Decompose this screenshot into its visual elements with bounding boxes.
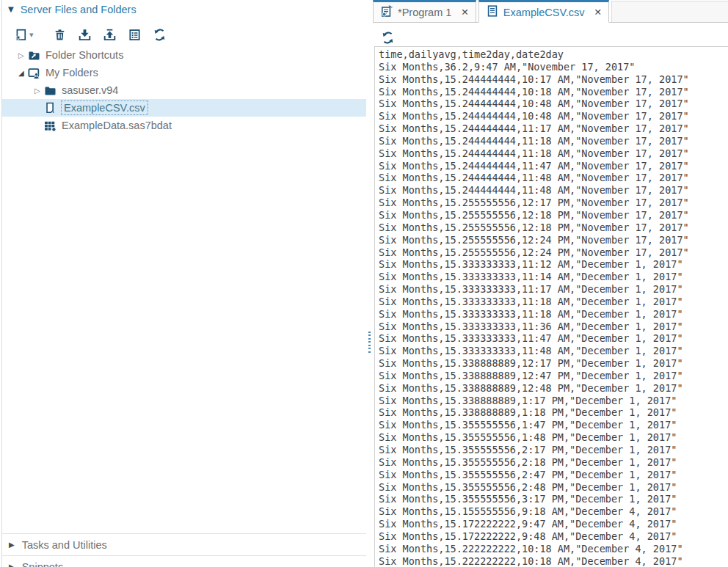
section-title: Tasks and Utilities — [22, 539, 107, 551]
csv-line: Six Months,15.244444444,10:48 AM,"Novemb… — [379, 98, 728, 110]
csv-line: Six Months,15.244444444,11:47 AM,"Novemb… — [379, 160, 728, 172]
csv-line: Six Months,15.333333333,11:14 AM,"Decemb… — [379, 271, 728, 283]
section-tasks-and-utilities[interactable]: ▶ Tasks and Utilities — [2, 533, 366, 555]
section-server-files-header[interactable]: ▼ Server Files and Folders — [8, 4, 136, 15]
section-title: Snippets — [22, 561, 63, 567]
tree-item-label: ExampleCSV.csv — [62, 101, 148, 114]
folder-icon — [44, 84, 57, 97]
csv-line: Six Months,15.244444444,10:17 AM,"Novemb… — [379, 73, 728, 86]
csv-line: Six Months,15.155555556,9:18 AM,"Decembe… — [379, 505, 728, 518]
splitter-grip-icon[interactable] — [368, 332, 371, 354]
refresh-icon — [382, 32, 394, 44]
csv-line: Six Months,15.244444444,11:48 AM,"Novemb… — [379, 172, 728, 184]
csv-line: Six Months,15.355555556,2:18 PM,"Decembe… — [379, 456, 728, 469]
panel-splitter[interactable] — [366, 0, 374, 567]
csv-line: Six Months,15.338888889,12:17 PM,"Decemb… — [379, 357, 728, 370]
chevron-down-icon: ▾ — [29, 30, 34, 40]
delete-button[interactable] — [54, 29, 66, 41]
csv-line: Six Months,15.244444444,10:18 AM,"Novemb… — [379, 86, 728, 98]
csv-line: Six Months,15.244444444,11:18 AM,"Novemb… — [379, 147, 728, 160]
sas-dataset-icon — [44, 120, 57, 132]
csv-line: Six Months,15.255555556,12:17 PM,"Novemb… — [379, 197, 728, 209]
expand-collapsed-icon[interactable]: ▷ — [18, 51, 28, 59]
refresh-file-button[interactable] — [382, 32, 394, 44]
my-folders-icon — [28, 67, 40, 79]
csv-line: time,dailyavg,time2day,date2day — [379, 48, 728, 61]
csv-line: Six Months,15.244444444,11:17 AM,"Novemb… — [379, 122, 728, 135]
tab-program-1[interactable]: *Program 1 ✕ — [373, 0, 476, 23]
tab-bar-filler — [611, 1, 728, 23]
csv-line: Six Months,15.333333333,11:17 AM,"Decemb… — [379, 283, 728, 296]
csv-line: Six Months,15.172222222,9:48 AM,"Decembe… — [379, 530, 728, 543]
refresh-button[interactable] — [153, 29, 166, 41]
properties-button[interactable] — [128, 29, 141, 41]
section-title: Server Files and Folders — [21, 4, 136, 15]
csv-line: Six Months,15.355555556,1:47 PM,"Decembe… — [379, 419, 728, 431]
csv-line: Six Months,15.222222222,10:18 AM,"Decemb… — [379, 555, 728, 567]
csv-line: Six Months,15.333333333,11:12 AM,"Decemb… — [379, 258, 728, 271]
properties-list-icon — [128, 29, 141, 41]
csv-line: Six Months,15.338888889,12:48 PM,"Decemb… — [379, 382, 728, 395]
text-file-icon — [487, 5, 498, 19]
csv-line: Six Months,15.244444444,10:48 AM,"Novemb… — [379, 110, 728, 122]
tab-bar: *Program 1 ✕ ExampleCSV.csv ✕ — [373, 0, 728, 23]
csv-line: Six Months,15.355555556,2:17 PM,"Decembe… — [379, 444, 728, 456]
tree-item-exampledata[interactable]: ExampleData.sas7bdat — [2, 117, 366, 134]
csv-viewer: time,dailyavg,time2day,date2daySix Month… — [374, 46, 728, 567]
files-toolbar: ▾ — [15, 24, 166, 45]
csv-line: Six Months,15.338888889,12:47 PM,"Decemb… — [379, 370, 728, 382]
new-file-icon — [15, 29, 27, 41]
csv-line: Six Months,36.2,9:47 AM,"November 17, 20… — [379, 61, 728, 73]
tree-item-examplecsv[interactable]: ExampleCSV.csv — [2, 99, 366, 117]
csv-file-icon — [44, 102, 57, 114]
csv-line: Six Months,15.338888889,1:18 PM,"Decembe… — [379, 406, 728, 419]
editor-toolbar — [382, 30, 394, 45]
csv-line: Six Months,15.355555556,2:47 PM,"Decembe… — [379, 469, 728, 481]
section-snippets[interactable]: ▶ Snippets — [2, 555, 366, 567]
tree-item-label: ExampleData.sas7bdat — [62, 120, 172, 131]
tree-item-folder-shortcuts[interactable]: ▷ Folder Shortcuts — [2, 46, 366, 64]
tab-label: *Program 1 — [398, 7, 451, 18]
trash-icon — [54, 29, 66, 41]
csv-line: Six Months,15.338888889,1:17 PM,"Decembe… — [379, 395, 728, 407]
navigation-pane: ▼ Server Files and Folders ▾ — [1, 0, 367, 567]
work-area: *Program 1 ✕ ExampleCSV.csv ✕ — [374, 0, 728, 567]
csv-line: Six Months,15.333333333,11:18 AM,"Decemb… — [379, 308, 728, 321]
csv-line: Six Months,15.172222222,9:47 AM,"Decembe… — [379, 518, 728, 530]
csv-line: Six Months,15.333333333,11:36 AM,"Decemb… — [379, 321, 728, 333]
tree-item-sasuser[interactable]: ▷ sasuser.v94 — [2, 81, 366, 99]
tree-item-label: sasuser.v94 — [62, 84, 118, 96]
csv-line: Six Months,15.333333333,11:47 AM,"Decemb… — [379, 332, 728, 345]
file-tree: ▷ Folder Shortcuts ◢ — [2, 46, 366, 134]
csv-line: Six Months,15.255555556,12:24 PM,"Novemb… — [379, 234, 728, 246]
csv-line: Six Months,15.333333333,11:18 AM,"Decemb… — [379, 296, 728, 308]
csv-line: Six Months,15.355555556,2:48 PM,"Decembe… — [379, 481, 728, 494]
expand-collapsed-icon[interactable]: ▷ — [34, 87, 44, 95]
tab-label: ExampleCSV.csv — [503, 7, 585, 18]
program-icon — [381, 5, 393, 19]
expand-expanded-icon[interactable]: ◢ — [18, 69, 28, 77]
tree-item-label: My Folders — [46, 67, 98, 78]
csv-line: Six Months,15.255555556,12:24 PM,"Novemb… — [379, 246, 728, 259]
tree-item-my-folders[interactable]: ◢ My Folders — [2, 64, 366, 81]
shortcut-folder-icon — [28, 49, 40, 62]
chevron-right-icon: ▶ — [9, 563, 15, 567]
download-button[interactable] — [79, 29, 91, 41]
csv-line: Six Months,15.333333333,11:48 AM,"Decemb… — [379, 345, 728, 357]
download-icon — [79, 29, 91, 41]
tree-item-label: Folder Shortcuts — [46, 49, 123, 61]
close-icon[interactable]: ✕ — [594, 7, 602, 18]
csv-line: Six Months,15.355555556,3:17 PM,"Decembe… — [379, 493, 728, 505]
csv-line: Six Months,15.244444444,11:18 AM,"Novemb… — [379, 135, 728, 147]
new-file-button[interactable]: ▾ — [15, 29, 34, 41]
upload-button[interactable] — [103, 29, 116, 41]
csv-line: Six Months,15.255555556,12:18 PM,"Novemb… — [379, 209, 728, 222]
tab-examplecsv[interactable]: ExampleCSV.csv ✕ — [478, 0, 609, 23]
csv-content[interactable]: time,dailyavg,time2day,date2daySix Month… — [375, 47, 728, 567]
csv-line: Six Months,15.255555556,12:18 PM,"Novemb… — [379, 222, 728, 234]
refresh-icon — [153, 29, 166, 41]
csv-line: Six Months,15.244444444,11:48 AM,"Novemb… — [379, 184, 728, 197]
close-icon[interactable]: ✕ — [461, 7, 468, 18]
chevron-right-icon: ▶ — [9, 541, 15, 549]
upload-icon — [103, 29, 116, 41]
